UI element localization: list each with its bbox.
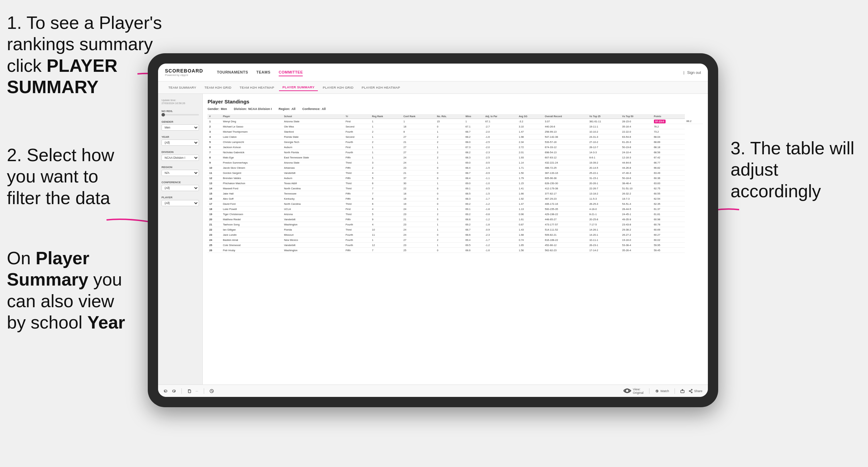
table-cell: Arkansas [282,165,344,170]
conference-select[interactable]: (All) [162,185,199,191]
table-cell: 18 [402,124,435,129]
table-cell: Maxwell Ford [221,186,282,191]
table-cell: 2 [435,140,464,145]
table-cell: 20 [208,217,221,222]
col-no-rds: No. Rds. [435,114,464,119]
redo-btn[interactable] [172,389,176,393]
table-row: 17David FordNorth CarolinaThird619069.2-… [208,201,703,207]
table-cell: 60.98 [652,217,685,222]
export-btn[interactable] [680,389,685,393]
sub-nav-player-h2h-grid[interactable]: PLAYER H2H GRID [319,84,357,91]
table-cell: 9 [370,217,402,222]
year-select[interactable]: (All) [162,140,199,146]
table-cell: Fourth [344,243,370,248]
table-cell: 2 [370,165,402,170]
table-cell: 60.78 [652,222,685,227]
table-cell: First [344,207,370,212]
table-cell: 60.36 [652,176,685,181]
table-cell: 377-82-17 [543,191,587,196]
table-row: 21Taehoon SongWashingtonFourth423169.2-1… [208,222,703,227]
undo-btn[interactable] [164,389,168,393]
sub-nav-team-summary[interactable]: TEAM SUMMARY [165,84,200,91]
table-cell: 22-26-7 [588,186,621,191]
sub-nav-player-h2h-heatmap[interactable]: PLAYER H2H HEATMAP [358,84,404,91]
table-cell: Vanderbilt [282,243,344,248]
table-cell: 0.87 [517,222,543,227]
table-cell: 23 [208,232,221,237]
player-select[interactable]: (All) [162,200,199,206]
table-cell: 1.15 [517,181,543,186]
navigation-bar: SCOREBOARD Powered by clipp'd TOURNAMENT… [158,64,708,81]
nav-teams[interactable]: TEAMS [256,69,270,76]
table-cell: 1.93 [517,155,543,160]
table-row: 24Bastien AmatNew MexicoFourth127269.4-1… [208,237,703,243]
nav-tournaments[interactable]: TOURNAMENTS [217,69,248,76]
table-cell: North Florida [282,150,344,155]
table-cell: 12-16-3 [621,155,652,160]
table-cell: 605-96-38 [543,176,587,181]
table-cell: Third [344,227,370,232]
division-select[interactable]: NCAA Division I [162,155,199,161]
table-cell: 1.71 [517,165,543,170]
table-cell: 27 [402,237,435,243]
table-cell: 12 [208,176,221,181]
table-cell: -1.7 [483,237,517,243]
sub-nav-team-h2h-heatmap[interactable]: TEAM H2H HEATMAP [236,84,278,91]
table-cell: Fourth [344,140,370,145]
table-cell: 412-179-38 [543,186,587,191]
table-cell: 26-27-2 [621,232,652,237]
share-btn[interactable]: Share [689,389,702,393]
table-cell: 1 [370,145,402,150]
player-filter: Player (All) [162,196,199,206]
table-cell: 2 [435,237,464,243]
table-cell: 1 [370,150,402,155]
table-cell: 4-18-0 [588,207,621,212]
table-cell: 0 [435,196,464,201]
table-cell: 14-3-3 [588,150,621,155]
table-cell: 1 [435,243,464,248]
table-cell: -2.5 [483,140,517,145]
table-cell: 8 [370,196,402,201]
table-row: 16Alex GoffKentuckyFifth819068.3-1.71.92… [208,196,703,201]
table-cell: 67.1 [464,124,484,129]
watch-btn[interactable]: Watch [655,389,669,393]
region-select[interactable]: N/A [162,170,199,176]
table-cell: 21 [208,222,221,227]
table-cell: -1.8 [483,207,517,212]
sign-out-link[interactable]: Sign out [687,70,701,75]
table-cell: -1.6 [483,248,517,253]
more-btn[interactable]: ··· [196,389,198,393]
division-filter-display: Division: NCAA Division I [234,107,272,111]
table-cell: 10-11-1 [588,237,621,243]
table-cell: Luke Claton [221,134,282,140]
table-cell: 30 [402,181,435,186]
view-original-btn[interactable]: View: Original [623,387,643,395]
table-cell: 24-31-3 [588,134,621,140]
table-cell: Taehoon Song [221,222,282,227]
table-cell: -1.5 [483,165,517,170]
nav-committee[interactable]: COMMITTEE [279,69,303,76]
no-rds-slider[interactable] [162,114,199,115]
table-cell: 28-15-0 [621,119,652,124]
table-cell: Matthew Riedel [221,217,282,222]
table-cell: 47-40-3 [621,170,652,176]
table-cell: 2 [435,150,464,155]
table-cell: Vanderbilt [282,170,344,176]
sub-nav-team-h2h-grid[interactable]: TEAM H2H GRID [201,84,235,91]
table-cell: 616-168-22 [543,237,587,243]
table-cell: Arizona [282,212,344,217]
copy-btn[interactable] [187,389,191,393]
table-cell: 1.98 [517,134,543,140]
table-cell: -1.8 [483,222,517,227]
table-cell: Arizona State [282,160,344,165]
table-cell: 547-142-38 [543,134,587,140]
table-cell: 2 [435,212,464,217]
sub-nav-player-summary[interactable]: PLAYER SUMMARY [279,84,318,91]
table-cell: Florida [282,227,344,232]
col-yr: Yr [344,114,370,119]
table-cell: 14 [208,186,221,191]
table-cell: 1.47 [517,129,543,134]
gender-select[interactable]: Men [162,124,199,131]
clock-btn[interactable] [210,389,214,393]
table-cell: -1.2 [483,217,517,222]
